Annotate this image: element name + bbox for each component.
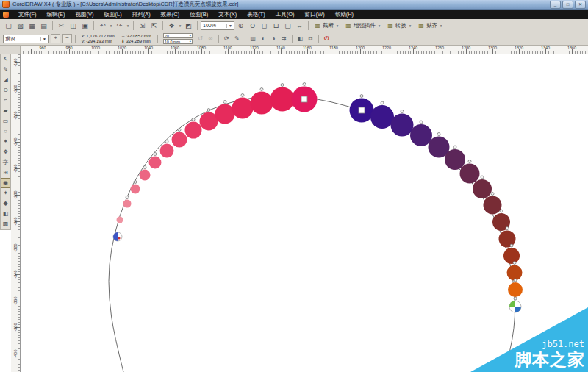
table-tool[interactable]: ⊞	[1, 168, 10, 178]
save-icon[interactable]: ▦	[26, 21, 37, 31]
menu-item-10[interactable]: 窗口(W)	[300, 10, 330, 19]
menu-item-4[interactable]: 排列(A)	[127, 10, 156, 19]
new-icon[interactable]: ▢	[3, 21, 14, 31]
hruler-label: 1080	[197, 46, 206, 50]
blend-steps-input[interactable]: 20 ▴▾	[163, 33, 193, 38]
object-position-fields[interactable]: x: 1,176.712 mm y: -294.193 mm	[82, 34, 115, 44]
pick-tool[interactable]: ↖	[1, 54, 10, 65]
rectangle-tool[interactable]: ▭	[1, 116, 10, 126]
copy-blend-icon[interactable]: ⧉	[306, 34, 315, 43]
node-marker	[481, 176, 484, 179]
freehand-tool[interactable]: ≈	[1, 96, 10, 106]
fill-tool[interactable]: ◧	[1, 209, 10, 219]
blend-circle	[215, 104, 235, 124]
interactive-blend-tool[interactable]: ◉	[1, 178, 10, 188]
maximize-button[interactable]: □	[562, 1, 573, 9]
text-tool[interactable]: 字	[1, 157, 10, 168]
start-end-objects-icon[interactable]: ◧	[295, 34, 305, 43]
blend-direction-icon[interactable]: ↺	[196, 34, 205, 43]
menu-item-2[interactable]: 视图(V)	[71, 10, 99, 19]
blend-circle	[232, 98, 254, 119]
shape-tool[interactable]: ✎	[1, 65, 10, 75]
object-accel-icon[interactable]: ⇉	[279, 34, 289, 43]
open-icon[interactable]: ▧	[15, 21, 26, 31]
convert-button[interactable]: ▦转换▾	[384, 21, 415, 31]
blend-steps-value: 20	[165, 34, 190, 38]
smart-fill-tool[interactable]: ▰	[1, 106, 10, 116]
blend-circle	[185, 122, 202, 139]
chevron-down-icon[interactable]: ▾	[126, 24, 130, 28]
undo-icon[interactable]: ↶	[97, 21, 108, 31]
zoom-fit-icon[interactable]: ⊡	[270, 21, 282, 31]
close-button[interactable]: ✕	[575, 1, 586, 9]
zoom-page-icon[interactable]: ▢	[282, 21, 293, 31]
chevron-down-icon[interactable]: ▾	[178, 24, 182, 28]
path-properties-icon[interactable]: ✎	[232, 34, 242, 43]
separator	[133, 21, 134, 30]
spinner-arrows-icon[interactable]: ▴▾	[190, 40, 191, 44]
loop-blend-icon[interactable]: ∞	[206, 34, 215, 43]
menu-item-9[interactable]: 工具(O)	[270, 10, 300, 19]
drawing-canvas[interactable]: jb51.net脚本之家	[21, 54, 588, 372]
import-icon[interactable]: ⇲	[137, 21, 148, 31]
snap-to-button[interactable]: ▦贴齐▾	[415, 21, 445, 31]
zoom-in-icon[interactable]: ⊕	[235, 21, 246, 31]
copy-icon[interactable]: ◫	[68, 21, 79, 31]
polygon-tool[interactable]: ✶	[1, 137, 10, 147]
menu-item-0[interactable]: 文件(F)	[13, 10, 42, 19]
direct-blend-icon[interactable]: ▥	[248, 34, 258, 43]
counterclockwise-blend-icon[interactable]: ◑	[269, 34, 279, 43]
hruler-label: 1000	[91, 46, 100, 50]
enhanced-plugin-button[interactable]: ▦增强插件▾	[343, 21, 384, 31]
menu-item-6[interactable]: 位图(B)	[184, 10, 213, 19]
ellipse-tool[interactable]: ○	[1, 126, 10, 137]
app-launcher-icon[interactable]: ❖	[166, 21, 177, 31]
toolbox: ↖✎◢⊙≈▰▭○✶❖字⊞◉✦◆◧▩	[0, 54, 11, 230]
menu-item-8[interactable]: 表格(T)	[242, 10, 270, 19]
zoom-tool[interactable]: ⊙	[1, 85, 10, 96]
zoom-out-icon[interactable]: ⊖	[247, 21, 258, 31]
menu-item-1[interactable]: 编辑(E)	[42, 10, 71, 19]
toolbox-column: ↖✎◢⊙≈▰▭○✶❖字⊞◉✦◆◧▩	[0, 54, 11, 372]
minimize-button[interactable]: _	[550, 1, 561, 9]
menu-item-11[interactable]: 帮助(H)	[330, 10, 359, 19]
interactive-fill-tool[interactable]: ▩	[1, 219, 10, 229]
object-size-fields[interactable]: ↔ 320.857 mm ⬍ 324.289 mm	[121, 34, 151, 44]
blend-end-object-detail	[515, 307, 521, 312]
export-icon[interactable]: ⇱	[148, 21, 159, 31]
add-preset-button[interactable]: +	[51, 34, 60, 43]
zoom-level-combo[interactable]: 100%▼	[201, 21, 234, 30]
chevron-down-icon[interactable]: ▾	[109, 24, 113, 28]
remove-preset-button[interactable]: −	[62, 34, 72, 43]
blend-spacing-input[interactable]: 10.0 mm ▴▾	[163, 39, 193, 44]
outline-tool[interactable]: ◆	[1, 198, 10, 209]
clockwise-blend-icon[interactable]: ◐	[259, 34, 268, 43]
menu-item-5[interactable]: 效果(C)	[156, 10, 184, 19]
rotate-all-icon[interactable]: ⟳	[222, 34, 232, 43]
basic-shapes-tool[interactable]: ❖	[1, 147, 10, 157]
redo-icon[interactable]: ↷	[114, 21, 125, 31]
zoom-width-icon[interactable]: ↔	[294, 21, 305, 31]
canvas-art: jb51.net脚本之家	[21, 54, 588, 372]
vruler-label: -240	[13, 137, 18, 146]
ruler-origin-corner[interactable]	[0, 46, 21, 54]
presets-combo[interactable]: 预设... ▼	[3, 35, 49, 43]
zoom-selected-icon[interactable]: ◻	[259, 21, 270, 31]
cut-off-button[interactable]: ▦截断▾	[312, 21, 342, 31]
node-marker	[381, 101, 384, 104]
spinner-arrows-icon[interactable]: ▴▾	[190, 34, 191, 38]
print-icon[interactable]: ▤	[38, 21, 49, 31]
menu-item-3[interactable]: 版面(L)	[99, 10, 127, 19]
separator	[93, 21, 94, 30]
separator	[162, 21, 163, 30]
crop-tool[interactable]: ◢	[1, 75, 10, 85]
eyedropper-tool[interactable]: ✦	[1, 188, 10, 198]
clear-blend-icon[interactable]: ∅	[322, 34, 331, 43]
vertical-ruler[interactable]: -180-200-220-240-260-280-300-320-340-360…	[11, 54, 21, 372]
cut-icon[interactable]: ✂	[56, 21, 67, 31]
paste-icon[interactable]: ▣	[79, 21, 90, 31]
horizontal-ruler[interactable]: 9609801000102010401060108011001120114011…	[21, 46, 588, 54]
welcome-screen-icon[interactable]: ◩	[183, 21, 194, 31]
menu-item-7[interactable]: 文本(X)	[213, 10, 242, 19]
node-marker	[260, 88, 263, 91]
